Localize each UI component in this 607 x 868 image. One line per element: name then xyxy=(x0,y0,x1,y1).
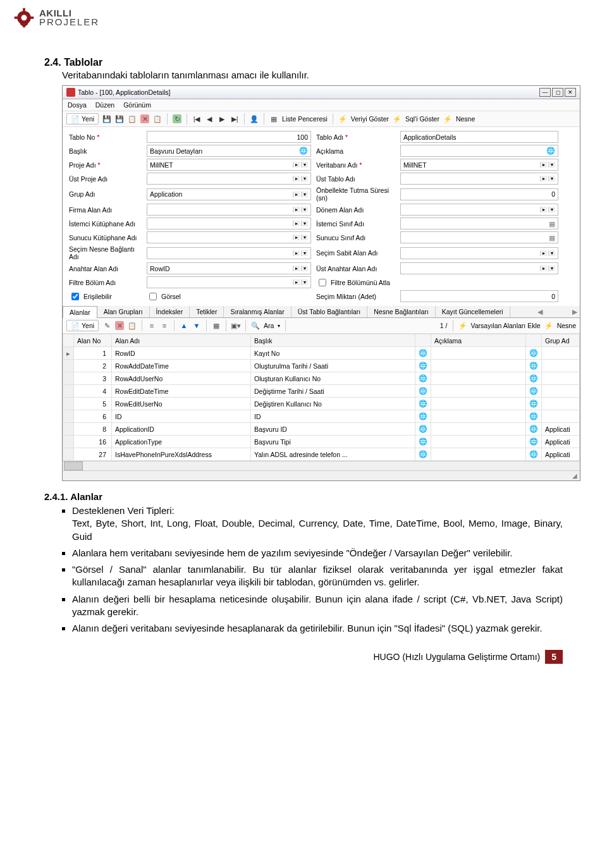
table-row[interactable]: 8ApplicationIDBaşvuru ID🌐🌐Applicati xyxy=(63,423,580,436)
sub-nesne-button[interactable]: Nesne xyxy=(557,322,576,329)
istemci-sinif-input[interactable]: ▦ xyxy=(400,217,558,229)
sub-paste-icon[interactable]: 📋 xyxy=(128,321,137,330)
resize-grip-icon[interactable]: ◢ xyxy=(572,472,577,479)
filtre-atla-label: Filtre Bölümünü Atla xyxy=(331,279,390,286)
tab-kayit-guncelleme[interactable]: Kayıt Güncellemeleri xyxy=(436,306,510,317)
table-row[interactable]: 6IDID🌐🌐 xyxy=(63,410,580,423)
first-icon[interactable]: |◀ xyxy=(192,114,201,123)
prev-icon[interactable]: ◀ xyxy=(205,114,214,123)
table-row[interactable]: 3RowAddUserNoOluşturan Kullanıcı No🌐🌐 xyxy=(63,372,580,385)
tablo-adi-input[interactable]: ApplicationDetails xyxy=(400,131,558,143)
tab-alan-gruplari[interactable]: Alan Grupları xyxy=(97,306,150,317)
save-all-icon[interactable]: 💾 xyxy=(115,114,124,123)
save-icon[interactable]: 💾 xyxy=(102,114,111,123)
tablo-no-input[interactable]: 100 xyxy=(147,131,311,143)
sub-down-icon[interactable]: ▼ xyxy=(192,321,201,330)
ara-button[interactable]: Ara xyxy=(264,322,274,329)
ust-tablo-adi-label: Üst Tablo Adı xyxy=(316,175,395,183)
menu-duzen[interactable]: Düzen xyxy=(95,101,114,109)
tab-alanlar[interactable]: Alanlar xyxy=(63,306,97,318)
list-window-button[interactable]: Liste Penceresi xyxy=(282,115,328,123)
table-row[interactable]: ▸1RowIDKayıt No🌐🌐 xyxy=(63,347,580,360)
tab-scroll-left[interactable]: ◀ xyxy=(535,306,545,317)
close-button[interactable]: ✕ xyxy=(565,88,576,97)
paste-icon[interactable]: 📋 xyxy=(153,114,162,123)
horizontal-scrollbar[interactable] xyxy=(63,461,580,470)
tab-tetikler[interactable]: Tetikler xyxy=(190,306,224,317)
grid-col-aciklama[interactable]: Açıklama xyxy=(431,334,526,347)
section-2-4-1-heading: 2.4.1. Alanlar xyxy=(44,491,563,502)
next-icon[interactable]: ▶ xyxy=(218,114,226,123)
filtre-atla-checkbox[interactable] xyxy=(319,279,326,286)
menu-dosya[interactable]: Dosya xyxy=(68,101,87,109)
svg-rect-2 xyxy=(23,8,25,11)
table-row[interactable]: 27IsHavePhoneInPureXdslAddressYalın ADSL… xyxy=(63,448,580,461)
tab-scroll-right[interactable]: ▶ xyxy=(570,306,580,317)
istemci-kutuphane-input[interactable]: ▸▾ xyxy=(147,217,311,229)
globe-icon[interactable]: 🌐 xyxy=(546,147,555,155)
tab-ust-tablo[interactable]: Üst Tablo Bağlantıları xyxy=(291,306,368,317)
tab-indeksler[interactable]: İndeksler xyxy=(150,306,190,317)
sub-new-button[interactable]: 📄Yeni xyxy=(66,320,99,331)
proje-adi-input[interactable]: MillNET▸▾ xyxy=(147,159,311,171)
sunucu-kutuphane-input[interactable]: ▸▾ xyxy=(147,231,311,243)
ust-anahtar-input[interactable]: ▸▾ xyxy=(400,262,558,274)
erisilebilir-checkbox[interactable] xyxy=(71,293,79,300)
aciklama-input[interactable]: 🌐 xyxy=(400,145,558,157)
secim-nesne-input[interactable]: ▸▾ xyxy=(147,247,311,259)
table-row[interactable]: 5RowEditUserNoDeğiştiren Kullanıcı No🌐🌐 xyxy=(63,398,580,410)
binoculars-icon: 🔍 xyxy=(251,321,260,330)
baslik-input[interactable]: Başvuru Detayları🌐 xyxy=(147,145,311,157)
grid-col-alanno[interactable]: Alan No xyxy=(74,334,112,347)
bullet-item: Alanın değeri belli bir hesaplama netice… xyxy=(72,593,563,619)
donem-alan-input[interactable]: ▸▾ xyxy=(400,204,558,216)
table-row[interactable]: 4RowEditDateTimeDeğiştirme Tarihi / Saat… xyxy=(63,385,580,398)
firma-alan-label: Firma Alan Adı xyxy=(69,206,142,214)
proje-adi-label: Proje Adı xyxy=(69,161,142,169)
nesne-button[interactable]: Nesne xyxy=(456,115,475,123)
secim-miktar-label: Seçim Miktarı (Adet) xyxy=(316,293,395,300)
sub-edit-icon[interactable]: ✎ xyxy=(102,321,111,330)
grid-col-baslik[interactable]: Başlık xyxy=(251,334,415,347)
ust-tablo-adi-input[interactable]: ▸▾ xyxy=(400,173,558,185)
sunucu-kutuphane-label: Sunucu Kütüphane Adı xyxy=(69,234,142,241)
maximize-button[interactable]: ◻ xyxy=(552,88,563,97)
minimize-button[interactable]: — xyxy=(539,88,551,97)
menu-gorunum[interactable]: Görünüm xyxy=(123,101,151,109)
gorsel-checkbox[interactable] xyxy=(149,293,157,300)
sub-filter-icon[interactable]: ▣▾ xyxy=(231,321,240,330)
bullet-item: Alanlara hem veritabanı seviyesinde hem … xyxy=(72,547,563,559)
sub-delete-icon[interactable]: ✕ xyxy=(115,321,124,330)
secim-miktar-input[interactable]: 0 xyxy=(400,290,558,302)
refresh-icon[interactable]: ↻ xyxy=(173,114,181,123)
veritabani-adi-input[interactable]: MillNET▸▾ xyxy=(400,159,558,171)
tab-nesne-baglanti[interactable]: Nesne Bağlantıları xyxy=(367,306,435,317)
delete-icon[interactable]: ✕ xyxy=(140,114,149,123)
grid-col-alanadi[interactable]: Alan Adı xyxy=(112,334,251,347)
secim-sabit-input[interactable]: ▸▾ xyxy=(400,247,558,259)
anahtar-alan-input[interactable]: RowID▸▾ xyxy=(147,262,311,274)
sub-indent-icon[interactable]: ≡ xyxy=(147,321,156,330)
user-icon[interactable]: 👤 xyxy=(250,114,259,123)
new-button[interactable]: 📄Yeni xyxy=(66,113,99,125)
last-icon[interactable]: ▶| xyxy=(230,114,239,123)
ust-proje-adi-input[interactable]: ▸▾ xyxy=(147,173,311,185)
sunucu-sinif-input[interactable]: ▦ xyxy=(400,231,558,243)
grup-adi-input[interactable]: Application▸▾ xyxy=(147,188,311,200)
sub-grid-icon[interactable]: ▦ xyxy=(212,321,221,330)
tab-siralanmis[interactable]: Sıralanmış Alanlar xyxy=(224,306,291,317)
table-row[interactable]: 16ApplicationTypeBaşvuru Tipi🌐🌐Applicati xyxy=(63,436,580,448)
varsayilan-button[interactable]: Varsayılan Alanları Ekle xyxy=(471,322,541,329)
veriyi-goster-button[interactable]: Veriyi Göster xyxy=(351,115,389,123)
sub-outdent-icon[interactable]: ≡ xyxy=(160,321,169,330)
sub-up-icon[interactable]: ▲ xyxy=(180,321,188,330)
firma-alan-input[interactable]: ▸▾ xyxy=(147,204,311,216)
onbellek-input[interactable]: 0 xyxy=(400,188,558,200)
bullet-list: Desteklenen Veri Tipleri: Text, Byte, Sh… xyxy=(72,504,563,635)
copy-icon[interactable]: 📋 xyxy=(128,114,137,123)
globe-icon[interactable]: 🌐 xyxy=(299,147,308,155)
filtre-bolum-input[interactable]: ▸▾ xyxy=(147,276,311,288)
grid-col-grupad[interactable]: Grup Ad xyxy=(542,334,580,347)
table-row[interactable]: 2RowAddDateTimeOluşturulma Tarihi / Saat… xyxy=(63,360,580,372)
sql-goster-button[interactable]: Sql'i Göster xyxy=(405,115,439,123)
